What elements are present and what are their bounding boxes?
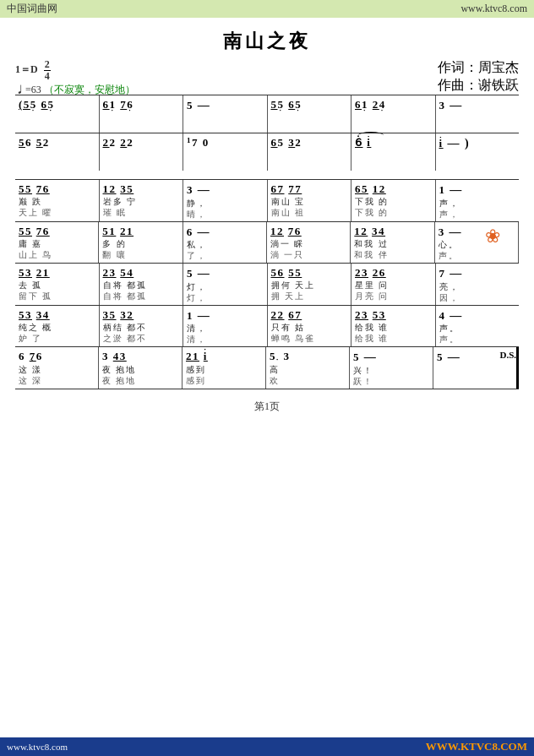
music-row-3: 55 76 巅 跌 天上 曜 12 35 岩多 宁 璀 眠 3 — 静， 晴， … [15, 179, 519, 221]
bar-13: 55 76 巅 跌 天上 曜 [15, 180, 100, 221]
bar-28: 56 55 拥何 天上 拥 天上 [268, 264, 352, 305]
bar-17: 65 12 下我 的 下我 的 [351, 180, 436, 221]
tempo-section: 1＝D 2 4 ♩=63 （不寂寞，安慰地） [15, 59, 135, 91]
music-row-7: 6 7·6 这 漾 这 深 3 43 夜 抱地 夜 抱地 21 i· 感到 感到… [15, 346, 519, 389]
lyric-writer: 作词：周宝杰 [438, 59, 519, 77]
ds-sign: D.S. [499, 350, 516, 360]
bar-34: 22 67 只有 姑 蝉鸣 鸟雀 [268, 306, 352, 347]
bar-2: 61· 76· [100, 95, 184, 133]
bar-38: 3 43 夜 抱地 夜 抱地 [99, 347, 183, 389]
bar-31: 53 34 纯之 概 妒 了 [15, 306, 100, 347]
composer-info: 作词：周宝杰 作曲：谢铁跃 [438, 59, 519, 91]
bar-30: 7 — 亮， 因， [436, 264, 520, 305]
bar-8: 22 22 [100, 133, 184, 171]
bar-23: 12 34 和我 过 和我 伴 [351, 222, 434, 264]
bar-6: 3 — [436, 95, 520, 133]
bar-22: 12 76 淌一 睬 淌 一只 [267, 222, 351, 264]
bar-16: 67 77 南山 宝 南山 祖 [268, 180, 352, 221]
bar-5: 61· 24· [351, 95, 436, 133]
one-eq-d: 1＝D [15, 63, 38, 75]
bar-33: 1 — 清， 清， [183, 306, 268, 347]
bar-4: 55· 65· [268, 95, 352, 133]
music-row-5: 53 21 去 孤 留下 孤 23 54 自将 都孤 自将 都孤 5 — 灯， … [15, 263, 519, 305]
bar-40: 5· 3 高 欢 [266, 347, 350, 389]
bar-36: 4 — 声。 声。 [436, 306, 520, 347]
bar-21: 6 — 私， 了， [183, 222, 267, 264]
bar-11: 6̇ i· [351, 133, 436, 171]
style-text: （不寂寞，安慰地） [44, 84, 135, 95]
bar-27: 5 — 灯， 灯， [183, 264, 268, 305]
bottom-left: www.ktvc8.com [7, 742, 68, 752]
bar-29: 23 26 星里 问 月亮 问 [351, 264, 436, 305]
music-row-1: (55· 65· 61· 76· 5 — 55· 65· 61· 24· 3 — [15, 95, 519, 133]
bar-35: 23 53 给我 谁 给我 谁 [351, 306, 436, 347]
bar-20: 51 21 多 的 翻 嚷 [99, 222, 183, 264]
bar-12: i· — ) [436, 133, 520, 171]
music-writer: 作曲：谢铁跃 [438, 77, 519, 95]
bar-41: 5 — 兴！ 跃！ [350, 347, 433, 389]
bar-39: 21 i· 感到 感到 [183, 347, 266, 389]
music-row-2: 56 52 22 22 17 0 65 32 6̇ i· [15, 133, 519, 171]
bar-25: 53 21 去 孤 留下 孤 [15, 264, 100, 305]
bar-1: (55· 65· [15, 95, 100, 133]
bottom-right: WWW.KTVC8.COM [426, 740, 527, 753]
music-row-6: 53 34 纯之 概 妒 了 35 32 柄结 都不 之淤 都不 1 — 清， … [15, 305, 519, 347]
song-title: 南山之夜 [15, 29, 519, 54]
bar-24: 3 — 心。 声。 [435, 222, 519, 264]
music-row-4: 55 76 庸 嘉 山上 鸟 51 21 多 的 翻 嚷 6 — 私， 了， 1… [15, 221, 519, 264]
page-number: 第1页 [15, 400, 519, 414]
bar-37: 6 7·6 这 漾 这 深 [15, 347, 99, 389]
flower-decoration: ❀ [485, 226, 500, 247]
bar-32: 35 32 柄结 都不 之淤 都不 [100, 306, 184, 347]
bar-18: 1 — 声， 声， [436, 180, 520, 221]
site-url-right: www.ktvc8.com [460, 3, 527, 15]
bar-42: 5 — D.S. [433, 347, 519, 389]
bar-9: 17 0 [183, 133, 268, 171]
bar-3: 5 — [183, 95, 268, 133]
bar-19: 55 76 庸 嘉 山上 鸟 [15, 222, 99, 264]
bar-7: 56 52 [15, 133, 100, 171]
bottom-bar: www.ktvc8.com WWW.KTVC8.COM [0, 737, 534, 756]
bar-10: 65 32 [268, 133, 352, 171]
site-name-left: 中国词曲网 [7, 2, 57, 16]
bar-26: 23 54 自将 都孤 自将 都孤 [100, 264, 184, 305]
bar-15: 3 — 静， 晴， [183, 180, 268, 221]
bar-14: 12 35 岩多 宁 璀 眠 [100, 180, 184, 221]
top-bar: 中国词曲网 www.ktvc8.com [0, 0, 534, 18]
tempo-value: ♩=63 [15, 84, 41, 95]
